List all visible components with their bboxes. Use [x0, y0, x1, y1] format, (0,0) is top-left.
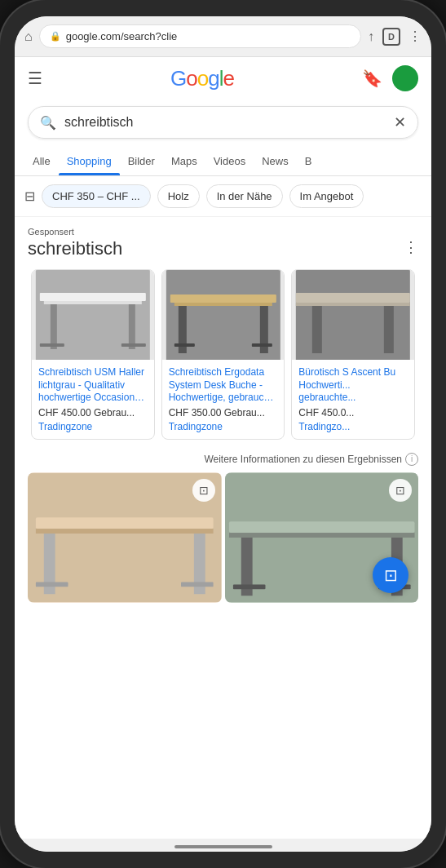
tab-maps[interactable]: Maps: [163, 147, 205, 175]
sponsored-more-icon[interactable]: ⋮: [404, 238, 418, 256]
svg-rect-20: [36, 517, 214, 529]
svg-rect-5: [40, 343, 64, 347]
svg-rect-13: [252, 343, 272, 347]
svg-rect-31: [232, 584, 265, 589]
product-info-1: Schreibtisch USM Haller lichtgrau - Qual…: [32, 360, 154, 439]
svg-rect-24: [36, 582, 68, 587]
floating-action-button[interactable]: ⊡: [373, 557, 408, 593]
svg-rect-25: [181, 582, 214, 587]
bottom-products: ⊡ ⊡ ⊡: [15, 472, 431, 616]
phone-frame: ⌂ 🔒 google.com/search?clie ↑ D ⋮ ☰ Googl…: [0, 0, 446, 868]
info-row: Weitere Informationen zu diesen Ergebnis…: [15, 446, 431, 472]
clear-icon[interactable]: ✕: [394, 113, 406, 131]
filter-icon[interactable]: ⊟: [24, 188, 35, 204]
bottom-bar: [15, 839, 431, 852]
bottom-bookmark-2[interactable]: ⊡: [389, 479, 412, 502]
search-icon: 🔍: [40, 115, 56, 131]
url-text: google.com/search?clie: [66, 30, 351, 42]
product-card-1[interactable]: Schreibtisch USM Haller lichtgrau - Qual…: [31, 269, 155, 440]
product-seller-2: Tradingzone: [169, 421, 278, 432]
svg-rect-9: [174, 303, 272, 306]
product-info-3: Bürotisch S Ascent Bu Hochwerti... gebra…: [292, 360, 414, 439]
svg-rect-18: [384, 306, 394, 353]
lock-icon: 🔒: [50, 31, 61, 42]
more-icon[interactable]: ⋮: [408, 29, 422, 44]
hamburger-icon[interactable]: ☰: [28, 69, 42, 88]
svg-rect-3: [51, 304, 57, 349]
tab-videos[interactable]: Videos: [205, 147, 254, 175]
bottom-bookmark-1[interactable]: ⊡: [192, 479, 215, 502]
product-price-3: CHF 450.0...: [298, 407, 408, 418]
svg-rect-17: [312, 306, 322, 353]
tab-shopping[interactable]: Shopping: [59, 147, 120, 175]
bottom-product-card-1[interactable]: ⊡: [28, 472, 222, 603]
svg-rect-15: [296, 293, 410, 303]
bottom-product-card-2[interactable]: ⊡ ⊡: [225, 472, 419, 603]
share-icon[interactable]: ↑: [368, 29, 374, 44]
product-title-1: Schreibtisch USM Haller lichtgrau - Qual…: [38, 366, 148, 405]
tabs-container: Alle Shopping Bilder Maps Videos News B: [15, 147, 431, 176]
info-text: Weitere Informationen zu diesen Ergebnis…: [204, 454, 402, 465]
tab-news[interactable]: News: [254, 147, 297, 175]
svg-rect-8: [170, 294, 276, 303]
sponsored-title: schreibtisch: [28, 237, 418, 259]
home-indicator: [174, 845, 272, 848]
chip-sale[interactable]: Im Angebot: [289, 184, 364, 208]
browser-bar: ⌂ 🔒 google.com/search?clie ↑ D ⋮: [15, 16, 431, 57]
product-image-3: [292, 270, 414, 360]
chip-nearby[interactable]: In der Nähe: [206, 184, 283, 208]
desk-svg-2: [162, 270, 285, 360]
url-bar[interactable]: 🔒 google.com/search?clie: [39, 24, 361, 48]
product-card-3[interactable]: Bürotisch S Ascent Bu Hochwerti... gebra…: [291, 269, 415, 440]
search-bar-container: 🔍 schreibtisch ✕: [15, 100, 431, 147]
home-icon[interactable]: ⌂: [24, 29, 33, 44]
svg-rect-6: [121, 343, 146, 347]
sponsored-label: Gesponsert: [28, 227, 418, 237]
product-card-2[interactable]: Schreibtisch Ergodata System Desk Buche …: [161, 269, 285, 440]
svg-rect-21: [36, 529, 214, 534]
desk-svg-3: [292, 270, 414, 360]
product-image-2: [162, 270, 285, 360]
avatar[interactable]: [392, 65, 418, 91]
google-logo: Google: [170, 66, 234, 91]
product-price-1: CHF 450.00 Gebrau...: [38, 407, 148, 418]
product-title-2: Schreibtisch Ergodata System Desk Buche …: [169, 366, 278, 405]
tab-alle[interactable]: Alle: [24, 147, 59, 175]
svg-rect-4: [129, 304, 135, 349]
bookmark-icon[interactable]: 🔖: [362, 69, 382, 88]
svg-rect-12: [174, 343, 195, 347]
info-icon[interactable]: i: [405, 453, 418, 466]
product-image-1: [32, 270, 154, 360]
product-cards-row: Schreibtisch USM Haller lichtgrau - Qual…: [15, 263, 431, 446]
product-info-2: Schreibtisch Ergodata System Desk Buche …: [162, 360, 285, 439]
sponsored-header: Gesponsert ⋮ schreibtisch: [15, 217, 431, 263]
google-header: ☰ Google 🔖: [15, 57, 431, 100]
tab-count-badge[interactable]: D: [382, 28, 400, 46]
product-seller-3: Tradingzo...: [298, 421, 408, 432]
svg-rect-2: [44, 301, 142, 304]
phone-screen: ⌂ 🔒 google.com/search?clie ↑ D ⋮ ☰ Googl…: [15, 16, 431, 852]
product-seller-1: Tradingzone: [38, 421, 148, 432]
svg-rect-28: [228, 533, 414, 538]
search-bar[interactable]: 🔍 schreibtisch ✕: [28, 106, 418, 139]
filter-row: ⊟ CHF 350 – CHF ... Holz In der Nähe Im …: [15, 176, 431, 217]
tab-bilder[interactable]: Bilder: [120, 147, 163, 175]
desk-svg-1: [32, 270, 154, 360]
header-icons: 🔖: [362, 65, 418, 91]
tab-more[interactable]: B: [297, 147, 320, 175]
product-price-2: CHF 350.00 Gebrau...: [169, 407, 278, 418]
svg-rect-16: [296, 303, 410, 306]
search-query[interactable]: schreibtisch: [64, 115, 386, 130]
content-area: Gesponsert ⋮ schreibtisch: [15, 217, 431, 839]
browser-actions: ↑ D ⋮: [368, 28, 422, 46]
product-title-3: Bürotisch S Ascent Bu Hochwerti... gebra…: [298, 366, 408, 405]
svg-rect-1: [40, 293, 146, 301]
chip-price[interactable]: CHF 350 – CHF ...: [42, 184, 151, 208]
svg-rect-27: [228, 521, 414, 533]
chip-holz[interactable]: Holz: [157, 184, 200, 208]
